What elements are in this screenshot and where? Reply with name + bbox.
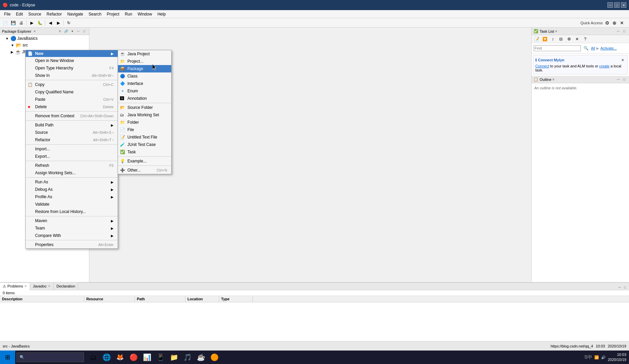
sub-enum[interactable]: 🔹 Enum — [118, 87, 171, 95]
sub-interface[interactable]: 🔷 Interface — [118, 80, 171, 87]
tree-src[interactable]: ▼ 📂 src — [0, 42, 89, 49]
menu-help[interactable]: Help — [155, 10, 169, 18]
outline-maximize[interactable]: □ — [622, 77, 627, 82]
sub-folder[interactable]: 📁 Folder — [118, 119, 171, 126]
close-button[interactable]: ✕ — [621, 2, 626, 8]
sub-java-working-set[interactable]: 🗂 Java Working Set — [118, 111, 171, 119]
taskbar-app-1[interactable]: 🔴 — [127, 351, 140, 364]
activate-link[interactable]: Activate... — [600, 46, 617, 50]
ctx-compare-with[interactable]: Compare With ▶ — [26, 232, 118, 239]
print-btn[interactable]: 🖨 — [18, 19, 25, 27]
taskbar-files[interactable]: 📁 — [168, 351, 180, 364]
bottom-maximize-btn[interactable]: □ — [622, 284, 628, 290]
ctx-validate[interactable]: Validate — [26, 201, 118, 208]
taskbar-app-2[interactable]: 📊 — [141, 351, 153, 364]
task-settings[interactable]: ⚙ — [565, 35, 573, 43]
taskbar-eclipse[interactable]: ☕ — [194, 351, 207, 364]
task-sort[interactable]: ↕ — [549, 35, 557, 43]
ctx-open-new-window[interactable]: Open in New Window — [26, 57, 118, 64]
sub-other[interactable]: ➕ Other... Ctrl+N — [118, 166, 171, 174]
ctx-team[interactable]: Team ▶ — [26, 224, 118, 232]
menu-navigate[interactable]: Navigate — [64, 10, 86, 18]
tree-javabasics[interactable]: ▼ 🔵 JavaBasics — [0, 35, 89, 42]
tab-declaration[interactable]: Declaration — [54, 282, 78, 290]
ctx-copy[interactable]: 📋 Copy Ctrl+C — [26, 81, 118, 88]
ctx-delete[interactable]: ✖ Delete Delete — [26, 103, 118, 111]
taskbar-firefox[interactable]: 🦊 — [114, 351, 126, 364]
sub-example[interactable]: 💡 Example... — [118, 157, 171, 165]
sub-junit-test-case[interactable]: 🧪 JUnit Test Case — [118, 141, 171, 148]
connect-link[interactable]: Connect — [535, 64, 549, 68]
ctx-source[interactable]: Source Alt+Shift+S › — [26, 129, 118, 136]
ctx-export[interactable]: Export... — [26, 153, 118, 160]
sub-untitled-text-file[interactable]: 📝 Untitled Text File — [118, 133, 171, 141]
run-btn[interactable]: ▶ — [28, 19, 35, 27]
taskbar-app-5[interactable]: 🟠 — [208, 351, 221, 364]
minimize-panel-btn[interactable]: ─ — [76, 29, 81, 34]
sub-source-folder[interactable]: 📂 Source Folder — [118, 104, 171, 111]
ctx-run-as[interactable]: Run As ▶ — [26, 178, 118, 186]
sub-file[interactable]: 📄 File — [118, 126, 171, 133]
ctx-remove-context[interactable]: Remove from Context Ctrl+Alt+Shift+Down — [26, 112, 118, 120]
ctx-restore-local[interactable]: Restore from Local History... — [26, 208, 118, 215]
maximize-button[interactable]: □ — [614, 2, 620, 8]
ctx-import[interactable]: Import... — [26, 145, 118, 153]
ctx-copy-qualified[interactable]: Copy Qualified Name — [26, 88, 118, 96]
taskbar-app-4[interactable]: 🎵 — [181, 351, 194, 364]
minimize-button[interactable]: ─ — [607, 2, 613, 8]
taskbar-search[interactable]: 🔍 — [17, 353, 84, 362]
debug-btn[interactable]: 🐛 — [36, 19, 43, 27]
menu-project[interactable]: Project — [104, 10, 122, 18]
new-btn[interactable]: 📄 — [1, 19, 9, 27]
sub-java-project[interactable]: ☕ Java Project — [118, 50, 171, 58]
quick-access-settings[interactable]: ⚙ — [604, 20, 610, 26]
outline-minimize[interactable]: ─ — [616, 77, 621, 82]
ctx-new-item[interactable]: 📄 New ▶ — [26, 50, 118, 57]
taskbar-browser[interactable]: 🌐 — [100, 351, 113, 364]
sub-project[interactable]: 📁 Project... — [118, 58, 171, 65]
taskbar-app-3[interactable]: 📱 — [154, 351, 167, 364]
ctx-properties[interactable]: Properties Alt+Enter — [26, 241, 118, 248]
ctx-assign-working-sets[interactable]: Assign Working Sets... — [26, 169, 118, 177]
sub-package[interactable]: 📦 Package — [118, 65, 171, 72]
ctx-build-path[interactable]: Build Path ▶ — [26, 121, 118, 129]
find-search-btn[interactable]: 🔍 — [582, 44, 590, 52]
tab-javadoc[interactable]: Javadoc ✕ — [30, 282, 54, 290]
menu-file[interactable]: File — [1, 10, 13, 18]
quick-access-toggle[interactable]: ⊕ — [611, 20, 618, 26]
ctx-profile-as[interactable]: Profile As ▶ — [26, 193, 118, 201]
maximize-panel-btn[interactable]: □ — [82, 29, 87, 34]
ctx-open-type-hierarchy[interactable]: Open Type Hierarchy F4 — [26, 64, 118, 72]
find-input[interactable] — [534, 45, 581, 51]
task-close[interactable]: ✕ — [573, 35, 581, 43]
back-btn[interactable]: ◀ — [47, 19, 54, 27]
connect-close[interactable]: ✕ — [620, 57, 625, 63]
task-filter[interactable]: 🔽 — [541, 35, 548, 43]
start-button[interactable]: ⊞ — [0, 351, 15, 364]
ctx-maven[interactable]: Maven ▶ — [26, 217, 118, 224]
ctx-refactor[interactable]: Refactor Alt+Shift+T › — [26, 136, 118, 144]
task-minimize[interactable]: ─ — [616, 29, 621, 34]
ctx-show-in[interactable]: Show In Alt+Shift+W › — [26, 72, 118, 79]
save-btn[interactable]: 💾 — [9, 19, 17, 27]
panel-menu-btn[interactable]: ▾ — [69, 29, 75, 34]
task-maximize[interactable]: □ — [622, 29, 627, 34]
task-new[interactable]: 📝 — [533, 35, 540, 43]
tab-problems[interactable]: ⚠ Problems ✕ — [0, 283, 30, 290]
all-filter[interactable]: All — [591, 46, 595, 50]
ctx-refresh[interactable]: Refresh F5 — [26, 162, 118, 169]
menu-source[interactable]: Source — [26, 10, 44, 18]
ctx-debug-as[interactable]: Debug As ▶ — [26, 186, 118, 193]
create-link[interactable]: create — [599, 64, 610, 68]
menu-edit[interactable]: Edit — [13, 10, 26, 18]
menu-run[interactable]: Run — [122, 10, 135, 18]
menu-search[interactable]: Search — [86, 10, 104, 18]
link-with-editor-btn[interactable]: 🔗 — [63, 29, 69, 34]
task-collapse[interactable]: ⊟ — [557, 35, 565, 43]
taskbar-task-view[interactable]: 🗂 — [87, 351, 99, 364]
refresh-btn[interactable]: ↻ — [65, 19, 72, 27]
bottom-minimize-btn[interactable]: ─ — [617, 284, 622, 290]
quick-access-close[interactable]: ✕ — [619, 20, 625, 26]
forward-btn[interactable]: ▶ — [55, 19, 62, 27]
menu-window[interactable]: Window — [135, 10, 155, 18]
